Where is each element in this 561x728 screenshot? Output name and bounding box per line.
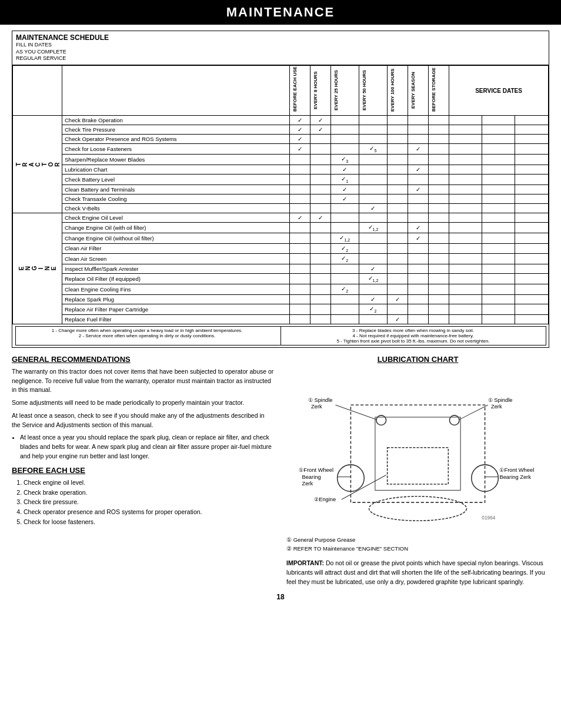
table-row: Replace Air Filter Paper Cartridge ✓2 (13, 304, 549, 315)
list-item: Check brake operation. (24, 488, 275, 498)
svg-text:Zerk: Zerk (302, 481, 313, 487)
svg-line-11 (459, 405, 488, 420)
bottom-section: GENERAL RECOMMENDATIONS The warranty on … (12, 355, 549, 587)
general-recommendations-body: The warranty on this tractor does not co… (12, 367, 275, 461)
note-1: 1 - Change more often when operating und… (15, 326, 280, 345)
gen-rec-para-3: At least once a season, check to see if … (12, 411, 275, 430)
item-col-header (62, 66, 290, 116)
lubrication-diagram: ① Spindle Zerk ① Spindle Zerk ①Front Whe… (286, 368, 549, 533)
item-replace-oil-filter: Replace Oil Filter (If equipped) (62, 274, 290, 284)
table-row: Clean Air Filter ✓2 (13, 243, 549, 254)
item-fuel-filter: Replace Fuel Filter (62, 314, 290, 324)
list-item: Check for loose fasteners. (24, 517, 275, 527)
item-check-brake: Check Brake Operation (62, 116, 290, 125)
col-before-storage: BEFORE STORAGE (429, 66, 449, 116)
table-row: TRACTOR Check Brake Operation ✓✓ (13, 116, 549, 125)
svg-text:Bearing: Bearing (302, 474, 320, 480)
table-row: Sharpen/Replace Mower Blades ✓3 (13, 154, 549, 165)
item-sharpen-blades: Sharpen/Replace Mower Blades (62, 154, 290, 165)
table-row: Check Operator Presence and ROS Systems … (13, 135, 549, 144)
before-each-use-heading: BEFORE EACH USE (12, 466, 275, 475)
maintenance-schedule: MAINTENANCE SCHEDULE FILL IN DATES AS YO… (12, 31, 549, 348)
table-row: Check Battery Level ✓1 (13, 174, 549, 184)
item-clean-battery: Clean Battery and Terminals (62, 184, 290, 194)
item-cooling-fins: Clean Engine Cooling Fins (62, 284, 290, 295)
item-check-fasteners: Check for Loose Fasteners (62, 144, 290, 155)
table-row: Replace Fuel Filter ✓ (13, 314, 549, 324)
gen-rec-bullets: At least once a year you should replace … (20, 433, 275, 461)
schedule-table: BEFORE EACH USE EVERY 8 HOURS EVERY 25 H… (12, 65, 549, 347)
item-vbelts: Check V-Belts (62, 203, 290, 213)
right-column: LUBRICATION CHART (286, 355, 549, 587)
spindle-zerk-left-label: ① Spindle (308, 397, 333, 403)
table-row: Replace Oil Filter (If equipped) ✓1,2 (13, 274, 549, 284)
general-recommendations-heading: GENERAL RECOMMENDATIONS (12, 355, 275, 364)
lube-legend: ① General Purpose Grease ② REFER TO Main… (286, 535, 549, 553)
table-row: Clean Air Screen ✓2 (13, 254, 549, 264)
note-3: 3 - Replace blades more often when mowin… (280, 326, 546, 345)
table-row: Change Engine Oil (with oil filter) ✓1,2… (13, 222, 549, 233)
main-content: MAINTENANCE SCHEDULE FILL IN DATES AS YO… (0, 25, 561, 607)
item-spark-plug: Replace Spark Plug (62, 295, 290, 304)
table-row: Check Transaxle Cooling ✓ (13, 194, 549, 203)
important-label: IMPORTANT: (286, 559, 324, 566)
page-number: 18 (12, 593, 549, 601)
list-item: Check engine oil level. (24, 478, 275, 488)
table-row: Replace Spark Plug ✓✓ (13, 295, 549, 304)
table-row: Clean Battery and Terminals ✓✓ (13, 184, 549, 194)
page-title: MAINTENANCE (226, 5, 335, 19)
table-row: ENGINE Check Engine Oil Level ✓✓ (13, 213, 549, 222)
svg-rect-1 (375, 417, 460, 490)
item-battery-level: Check Battery Level (62, 174, 290, 184)
notes-row: 1 - Change more often when operating und… (13, 324, 549, 347)
important-text: Do not oil or grease the pivot points wh… (286, 559, 545, 585)
gen-rec-bullet-1: At least once a year you should replace … (20, 433, 275, 461)
svg-point-7 (449, 415, 459, 425)
before-each-use-section: BEFORE EACH USE Check engine oil level. … (12, 466, 275, 527)
item-change-oil-filter: Change Engine Oil (with oil filter) (62, 222, 290, 233)
svg-rect-2 (388, 448, 449, 484)
table-row: Change Engine Oil (without oil filter) ✓… (13, 233, 549, 243)
col-every-25: EVERY 25 HOURS (330, 66, 359, 116)
item-check-operator: Check Operator Presence and ROS Systems (62, 135, 290, 144)
table-row: Inspect Muffler/Spark Arrester ✓ (13, 264, 549, 274)
item-clean-air-screen: Clean Air Screen (62, 254, 290, 264)
gen-rec-para-2: Some adjustments will need to be made pe… (12, 398, 275, 408)
svg-text:Bearing Zerk: Bearing Zerk (499, 474, 531, 480)
engine-section-label: ENGINE (13, 213, 62, 324)
schedule-title-row: MAINTENANCE SCHEDULE FILL IN DATES AS YO… (12, 31, 549, 65)
item-check-tire: Check Tire Pressure (62, 125, 290, 135)
col-every-8: EVERY 8 HOURS (310, 66, 330, 116)
schedule-subtitle: FILL IN DATES AS YOU COMPLETE REGULAR SE… (16, 42, 545, 62)
service-dates-header: SERVICE DATES (449, 66, 549, 116)
list-item: Check tire pressure. (24, 497, 275, 507)
item-change-oil-no-filter: Change Engine Oil (without oil filter) (62, 233, 290, 243)
item-muffler: Inspect Muffler/Spark Arrester (62, 264, 290, 274)
table-row: Check for Loose Fasteners ✓✓5✓ (13, 144, 549, 155)
schedule-title: MAINTENANCE SCHEDULE (16, 33, 545, 42)
gen-rec-para-1: The warranty on this tractor does not co… (12, 367, 275, 395)
table-row: Clean Engine Cooling Fins ✓2 (13, 284, 549, 295)
left-column: GENERAL RECOMMENDATIONS The warranty on … (12, 355, 275, 587)
svg-rect-0 (350, 405, 485, 502)
svg-text:01964: 01964 (482, 515, 495, 521)
front-wheel-right-label: ①Front Wheel (499, 467, 534, 473)
item-lubrication: Lubrication Chart (62, 165, 290, 174)
svg-line-9 (336, 405, 376, 420)
item-air-filter-cartridge: Replace Air Filter Paper Cartridge (62, 304, 290, 315)
legend-1: ① General Purpose Grease (286, 535, 549, 544)
important-box: IMPORTANT: Do not oil or grease the pivo… (286, 559, 549, 586)
col-every-season: EVERY SEASON (408, 66, 429, 116)
tractor-section-label: TRACTOR (13, 116, 62, 213)
before-each-use-list: Check engine oil level. Check brake oper… (12, 478, 275, 527)
item-transaxle: Check Transaxle Cooling (62, 194, 290, 203)
legend-2: ② REFER TO Maintenance "ENGINE" SECTION (286, 544, 549, 553)
svg-point-6 (376, 415, 386, 425)
table-row: Lubrication Chart ✓✓ (13, 165, 549, 174)
table-row: Check Tire Pressure ✓✓ (13, 125, 549, 135)
spindle-zerk-right-label: ① Spindle (488, 397, 513, 403)
front-wheel-left-label: ①Front Wheel (299, 467, 333, 473)
section-col-header (13, 66, 62, 116)
col-before-each-use: BEFORE EACH USE (289, 66, 310, 116)
svg-point-3 (369, 496, 467, 521)
